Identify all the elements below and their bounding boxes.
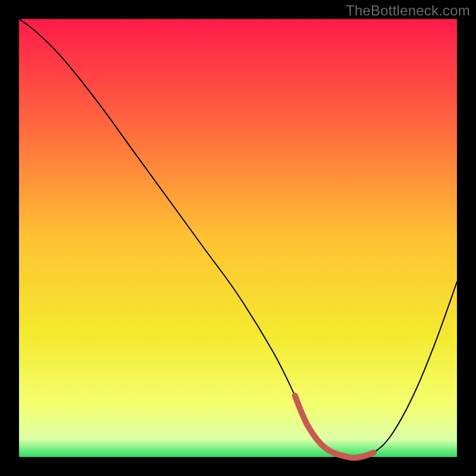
watermark-text: TheBottleneck.com (346, 2, 470, 19)
chart-svg (0, 0, 476, 476)
chart-frame: { "watermark": "TheBottleneck.com", "cha… (0, 0, 476, 476)
